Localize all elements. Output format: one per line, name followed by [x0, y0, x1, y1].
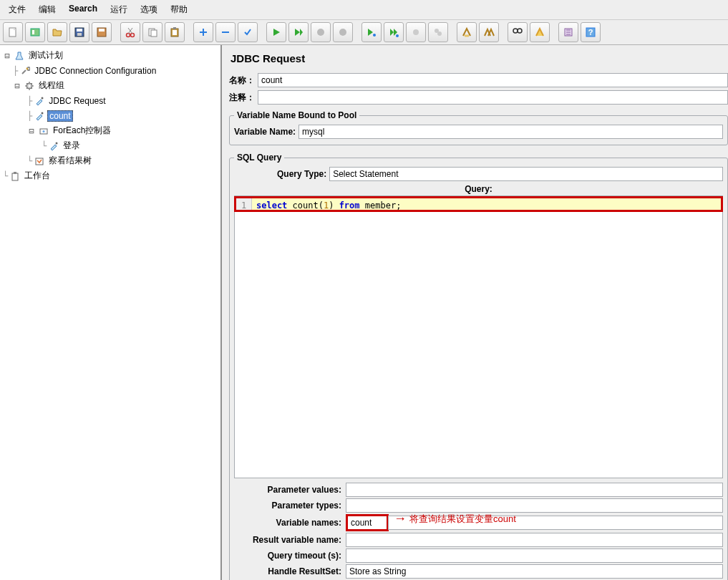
tree-toggle-icon[interactable]: ⊟: [3, 51, 11, 61]
comment-label: 注释：: [229, 92, 255, 104]
param-values-input[interactable]: [346, 483, 723, 497]
svg-rect-14: [173, 27, 176, 29]
name-input[interactable]: [258, 73, 728, 87]
svg-point-18: [396, 34, 399, 37]
param-types-input[interactable]: [346, 498, 723, 513]
tree-node-testplan[interactable]: ⊟ 测试计划: [0, 48, 220, 63]
svg-rect-1: [31, 29, 39, 36]
tree-node-workbench[interactable]: └ 工作台: [0, 168, 220, 183]
new-file-button[interactable]: [3, 22, 23, 42]
svg-text:?: ?: [588, 28, 593, 37]
menu-search[interactable]: Search: [63, 1, 103, 18]
dropper-icon: [34, 95, 45, 107]
annotation-text: 将查询结果设置变量count: [409, 513, 516, 526]
paste-button[interactable]: [165, 22, 185, 42]
tree-node-jdbc-request[interactable]: ├ JDBC Request: [0, 93, 220, 108]
stop-button[interactable]: [311, 22, 331, 42]
tree-node-threadgroup[interactable]: ⊟ 线程组: [0, 78, 220, 93]
dropper-icon: [34, 110, 45, 122]
var-names-input[interactable]: [346, 514, 389, 531]
tree-panel: ⊟ 测试计划 ├ JDBC Connection Configuration ⊟…: [0, 45, 222, 580]
svg-rect-5: [77, 33, 82, 36]
templates-button[interactable]: [25, 22, 45, 42]
help-button[interactable]: ?: [581, 22, 601, 42]
menu-file[interactable]: 文件: [3, 1, 31, 18]
var-names-label: Variable names:: [234, 518, 341, 528]
reset-search-button[interactable]: [530, 22, 550, 42]
svg-point-29: [42, 97, 44, 99]
result-var-label: Result variable name:: [234, 535, 341, 545]
svg-point-32: [43, 130, 45, 132]
tree-node-foreach[interactable]: ⊟ ForEach控制器: [0, 123, 220, 138]
svg-point-33: [56, 142, 58, 144]
query-timeout-label: Query timeout (s):: [234, 551, 341, 561]
var-name-input[interactable]: [299, 125, 723, 139]
svg-point-8: [127, 34, 130, 37]
shutdown-button[interactable]: [333, 22, 353, 42]
comment-input[interactable]: [258, 90, 728, 105]
start-button[interactable]: [266, 22, 286, 42]
function-helper-button[interactable]: [558, 22, 578, 42]
remote-stop-button[interactable]: [406, 22, 426, 42]
tree-node-count[interactable]: ├ count: [0, 108, 220, 123]
query-type-label: Query Type:: [234, 169, 326, 179]
query-type-select[interactable]: [329, 167, 723, 181]
start-no-timers-button[interactable]: [288, 22, 309, 42]
query-timeout-input[interactable]: [346, 548, 723, 563]
panel-title: JDBC Request: [229, 49, 728, 72]
remote-start-all-button[interactable]: [384, 22, 404, 42]
remote-stop-all-button[interactable]: [428, 22, 448, 42]
param-types-label: Parameter types:: [234, 501, 341, 511]
svg-point-9: [131, 34, 135, 37]
controller-icon: [38, 125, 49, 137]
sql-editor-area[interactable]: [234, 212, 723, 478]
tree-toggle-icon[interactable]: ⊟: [13, 81, 21, 91]
svg-point-30: [42, 112, 44, 114]
expand-button[interactable]: [193, 22, 213, 42]
open-button[interactable]: [47, 22, 67, 42]
save-button[interactable]: [69, 22, 89, 42]
result-var-input[interactable]: [346, 533, 723, 547]
tree-node-login[interactable]: └ 登录: [0, 138, 220, 153]
content-panel: JDBC Request 名称： 注释： Variable Name Bound…: [222, 45, 728, 580]
collapse-button[interactable]: [215, 22, 236, 42]
annotation: → 将查询结果设置变量count: [394, 511, 516, 526]
menu-help[interactable]: 帮助: [165, 1, 193, 18]
search-button[interactable]: [508, 22, 528, 42]
svg-point-22: [513, 29, 518, 33]
svg-rect-2: [32, 30, 34, 34]
pool-legend: Variable Name Bound to Pool: [234, 110, 359, 120]
menubar: 文件 编辑 Search 运行 选项 帮助: [0, 0, 728, 20]
save-as-button[interactable]: [92, 22, 112, 42]
toggle-button[interactable]: [238, 22, 258, 42]
menu-run[interactable]: 运行: [105, 1, 133, 18]
copy-button[interactable]: [142, 22, 162, 42]
tree-node-jdbc-conn[interactable]: ├ JDBC Connection Configuration: [0, 63, 220, 78]
handle-rs-select[interactable]: [346, 564, 723, 579]
beaker-icon: [14, 50, 25, 62]
param-values-label: Parameter values:: [234, 485, 341, 495]
dropper-icon: [48, 140, 59, 152]
svg-rect-36: [14, 172, 16, 174]
clipboard-icon: [9, 170, 21, 182]
svg-rect-34: [36, 158, 43, 165]
remote-start-button[interactable]: [361, 22, 382, 42]
arrow-icon: →: [394, 511, 407, 526]
cut-button[interactable]: [120, 22, 140, 42]
clear-all-button[interactable]: [479, 22, 499, 42]
tree-toggle-icon[interactable]: ⊟: [27, 126, 36, 136]
svg-point-16: [339, 29, 346, 36]
svg-point-21: [437, 32, 442, 36]
sql-code-editor[interactable]: 1 select count(1) from member;: [234, 196, 723, 212]
sql-legend: SQL Query: [234, 153, 284, 163]
sql-code-line: select count(1) from member;: [252, 198, 721, 210]
tree-node-viewresults[interactable]: └ 察看结果树: [0, 153, 220, 168]
clear-button[interactable]: [457, 22, 477, 42]
results-icon: [34, 155, 45, 167]
menu-edit[interactable]: 编辑: [33, 1, 62, 18]
svg-point-19: [413, 29, 419, 35]
line-number: 1: [236, 198, 252, 210]
menu-options[interactable]: 选项: [135, 1, 163, 18]
pool-fieldset: Variable Name Bound to Pool Variable Nam…: [229, 110, 728, 145]
toolbar: ?: [0, 20, 728, 45]
